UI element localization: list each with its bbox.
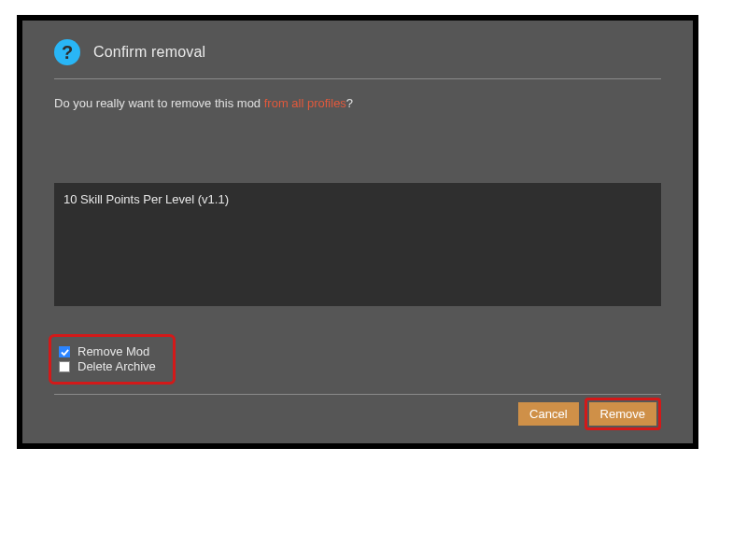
modal-backdrop: ? Confirm removal Do you really want to … (17, 15, 698, 449)
list-item[interactable]: 10 Skill Points Per Level (v1.1) (63, 190, 652, 208)
confirm-removal-dialog: ? Confirm removal Do you really want to … (22, 21, 693, 443)
mods-listbox[interactable]: 10 Skill Points Per Level (v1.1) (54, 183, 661, 306)
remove-mod-label: Remove Mod (78, 344, 149, 359)
dialog-footer: Cancel Remove (518, 398, 661, 430)
options-highlight-box: Remove Mod Delete Archive (49, 334, 176, 385)
footer-divider (54, 394, 661, 395)
prompt-prefix: Do you really want to remove this mod (54, 96, 264, 110)
delete-archive-label: Delete Archive (78, 359, 156, 374)
dialog-prompt: Do you really want to remove this mod fr… (54, 96, 661, 110)
remove-mod-option[interactable]: Remove Mod (59, 344, 156, 359)
remove-mod-checkbox[interactable] (59, 346, 70, 357)
remove-highlight-box: Remove (585, 398, 661, 430)
delete-archive-checkbox[interactable] (59, 361, 70, 372)
delete-archive-option[interactable]: Delete Archive (59, 359, 156, 374)
remove-button[interactable]: Remove (589, 402, 656, 426)
prompt-suffix: ? (346, 96, 353, 110)
prompt-emphasis: from all profiles (264, 96, 346, 110)
dialog-title: Confirm removal (93, 44, 205, 61)
question-icon: ? (54, 39, 80, 65)
dialog-header: ? Confirm removal (54, 39, 661, 79)
cancel-button[interactable]: Cancel (518, 402, 578, 426)
